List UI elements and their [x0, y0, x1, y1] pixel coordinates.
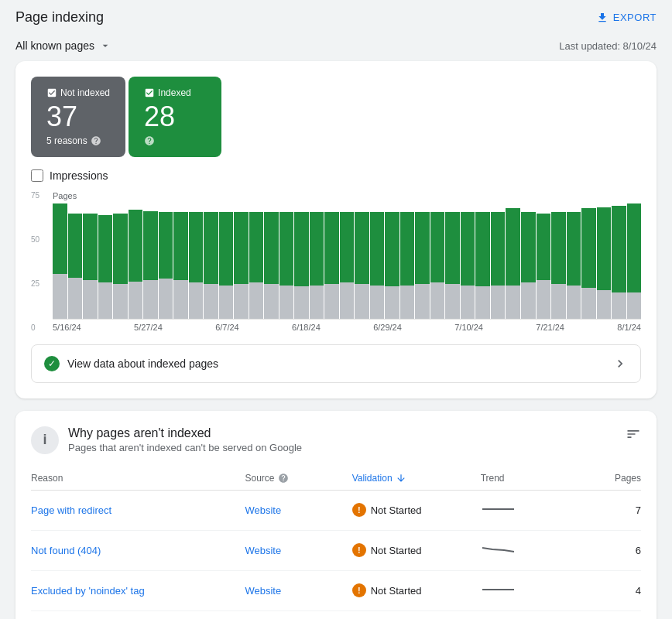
bar-group: [415, 203, 430, 319]
not-indexed-bar: [370, 286, 385, 319]
filter-dropdown[interactable]: All known pages: [15, 39, 111, 52]
bar-group: [264, 203, 279, 319]
bar-group: [506, 203, 520, 319]
indexed-bar: [385, 212, 399, 286]
bar-group: [279, 203, 294, 319]
bar-group: [310, 203, 324, 319]
trend-line-slight-down: [481, 542, 516, 557]
filter-icon[interactable]: [626, 426, 641, 442]
bar-group: [461, 203, 475, 319]
trend-cell: [481, 501, 588, 519]
trend-line-flat: [481, 501, 516, 517]
section-subtitle: Pages that aren't indexed can't be serve…: [68, 442, 616, 453]
bar-group: [537, 203, 551, 319]
page-title: Page indexing: [15, 9, 104, 26]
col-source: Source: [245, 473, 274, 484]
bar-group: [98, 203, 113, 319]
export-button[interactable]: EXPORT: [596, 12, 657, 24]
impressions-checkbox[interactable]: [31, 169, 43, 182]
reason-cell[interactable]: Page with redirect: [31, 504, 245, 516]
pages-cell: 4: [588, 585, 641, 597]
not-indexed-bar: [159, 279, 173, 318]
not-indexed-bar: [83, 280, 98, 319]
bar-group: [189, 203, 204, 319]
not-indexed-bar: [475, 286, 490, 318]
info-icon: i: [31, 426, 59, 454]
indexed-bar: [234, 212, 249, 284]
sort-icon[interactable]: [396, 473, 406, 484]
not-started-icon: !: [352, 543, 366, 557]
col-reason: Reason: [31, 473, 245, 484]
not-indexed-bar: [340, 282, 355, 318]
table-row: Crawled - currently not indexed Google s…: [31, 611, 641, 619]
reason-cell[interactable]: Not found (404): [31, 545, 245, 556]
not-indexed-bar: [129, 282, 143, 319]
not-indexed-bar: [612, 292, 626, 318]
indexed-bar: [324, 212, 339, 284]
view-indexed-pages-link[interactable]: ✓ View data about indexed pages: [31, 344, 641, 383]
not-indexed-bar: [173, 280, 188, 319]
chevron-down-icon: [99, 39, 111, 52]
not-indexed-bar: [597, 290, 612, 318]
not-indexed-bar: [249, 282, 264, 318]
last-updated: Last updated: 8/10/24: [559, 40, 657, 52]
help-icon-2: [144, 135, 155, 146]
not-indexed-bar: [415, 284, 430, 319]
bar-group: [612, 203, 626, 319]
indexed-stat: Indexed 28: [129, 77, 221, 157]
chart-wrapper: 75 50 25 0 Pages 5/16/24 5/27/24 6/7/24 …: [31, 191, 641, 332]
indexed-bar: [264, 212, 279, 284]
indexed-bar: [53, 203, 67, 274]
not-indexed-bar: [385, 286, 399, 318]
bar-group: [324, 203, 339, 319]
not-indexed-bar: [234, 284, 249, 319]
not-indexed-bar: [400, 286, 415, 319]
not-indexed-bar: [279, 286, 294, 319]
table-container: Reason Source Validation Trend Pages: [31, 467, 641, 619]
bar-group: [581, 203, 596, 319]
not-indexed-bar: [551, 284, 566, 319]
reason-cell[interactable]: Excluded by 'noindex' tag: [31, 585, 245, 597]
indexed-bar: [143, 211, 158, 280]
source-cell[interactable]: Website: [245, 585, 351, 597]
trend-cell: [481, 542, 588, 559]
indexed-bar: [537, 214, 551, 280]
bar-group: [385, 203, 399, 319]
bar-group: [491, 203, 506, 319]
indexed-bar: [113, 214, 128, 284]
table-row: Page with redirect Website ! Not Started…: [31, 491, 641, 531]
not-indexed-bar: [445, 284, 460, 319]
source-cell[interactable]: Website: [245, 504, 351, 516]
indexed-bar: [355, 212, 369, 284]
indexed-bar: [98, 215, 113, 283]
indexed-bar: [521, 212, 536, 282]
indexed-bar: [279, 212, 294, 285]
bar-group: [475, 203, 490, 319]
filter-bar: All known pages Last updated: 8/10/24: [0, 35, 672, 61]
col-pages: Pages: [588, 473, 641, 484]
bar-group: [234, 203, 249, 319]
pages-cell: 7: [588, 504, 641, 516]
bar-group: [294, 203, 309, 319]
bar-group: [521, 203, 536, 319]
section-title: Why pages aren't indexed: [68, 426, 616, 440]
trend-line-flat-2: [481, 582, 516, 597]
bar-group: [219, 203, 234, 319]
source-cell[interactable]: Website: [245, 545, 351, 556]
bar-group: [204, 203, 218, 319]
impressions-label[interactable]: Impressions: [50, 169, 108, 182]
indexed-bar: [567, 212, 581, 285]
indexed-bar: [627, 203, 642, 293]
not-indexed-bar: [324, 284, 339, 319]
indexed-bar: [430, 212, 445, 282]
col-validation: Validation: [352, 473, 393, 484]
indexed-bar: [159, 212, 173, 279]
source-help-icon: [278, 473, 289, 484]
indexed-bar: [415, 212, 430, 284]
stats-row: Not indexed 37 5 reasons Indexed 28: [31, 77, 641, 157]
table-row: Excluded by 'noindex' tag Website ! Not …: [31, 571, 641, 611]
main-content: Not indexed 37 5 reasons Indexed 28: [0, 61, 672, 619]
not-indexed-bar: [264, 284, 279, 319]
section-header: i Why pages aren't indexed Pages that ar…: [31, 426, 641, 454]
indexed-bar: [491, 212, 506, 285]
